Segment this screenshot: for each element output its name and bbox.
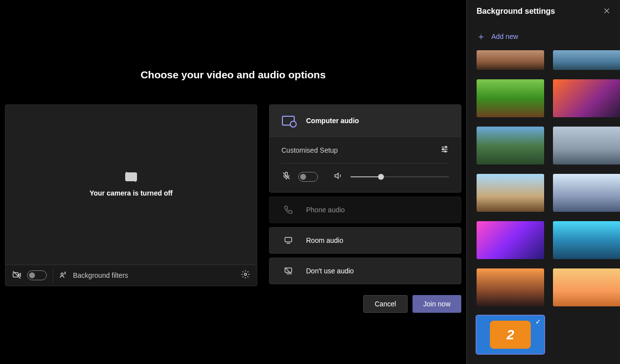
computer-audio-label: Computer audio [306,117,359,125]
background-thumb-pink-nebula[interactable] [477,221,544,259]
background-thumb-lab[interactable] [553,50,620,70]
audio-panel: Computer audio Customised Setup [269,104,461,284]
background-thumb-classroom[interactable] [477,50,544,70]
background-filters-label: Background filters [73,271,128,279]
computer-audio-icon [281,115,295,127]
phone-audio-label: Phone audio [306,206,345,214]
divider [53,268,53,282]
background-thumb-minecraft-dungeons[interactable] [553,79,620,117]
mic-muted-icon [281,171,291,182]
svg-point-2 [61,273,64,275]
svg-point-3 [244,273,247,275]
camera-off-icon [125,172,137,181]
background-thumb-village-street[interactable] [477,174,544,212]
add-new-label: Add new [491,33,518,40]
cancel-button[interactable]: Cancel [363,295,408,313]
background-filters-icon [59,270,68,281]
sliders-icon [440,145,449,155]
room-audio-label: Room audio [306,236,344,244]
setup-label: Customised Setup [281,146,338,154]
svg-point-8 [443,149,444,150]
customised-setup-row[interactable]: Customised Setup [281,137,449,164]
background-thumb-sunset-hill[interactable] [553,268,620,306]
side-panel-title: Background settings [477,7,555,16]
video-controls-bar: Background filters [5,265,257,286]
room-icon [281,235,295,245]
plus-icon: ＋ [477,31,485,42]
volume-slider[interactable] [350,176,449,177]
svg-point-9 [445,151,446,152]
svg-line-17 [285,267,292,274]
computer-audio-card[interactable]: Computer audio Customised Setup [269,104,461,193]
mic-toggle[interactable] [298,172,318,182]
settings-button[interactable] [241,270,250,281]
phone-icon [281,205,295,215]
video-preview: Your camera is turned off [5,104,257,265]
background-thumb-autumn-town[interactable] [477,268,544,306]
speaker-icon [334,171,344,182]
svg-point-7 [446,146,447,148]
background-thumb-halo-ring[interactable] [553,127,620,165]
svg-marker-12 [335,173,339,179]
svg-rect-13 [285,237,292,242]
background-thumbnails-grid: ✓2 [467,47,620,364]
camera-toggle[interactable] [27,270,47,280]
phone-audio-option: Phone audio [269,197,461,223]
background-filters-button[interactable]: Background filters [59,270,235,281]
action-buttons: Cancel Join now [0,295,466,313]
background-settings-panel: Background settings ＋ Add new ✓2 [466,0,620,364]
thumb-badge: 2 [490,321,530,349]
video-panel: Your camera is turned off Background fil… [5,104,257,286]
close-panel-button[interactable] [603,7,610,16]
dont-use-audio-label: Don't use audio [306,267,354,275]
camera-icon [12,270,21,281]
add-new-background-button[interactable]: ＋ Add new [467,23,620,47]
background-thumb-cliff-vista[interactable] [553,221,620,259]
room-audio-option[interactable]: Room audio [269,227,461,254]
page-title: Choose your video and audio options [0,69,466,81]
no-audio-icon [281,266,295,276]
background-thumb-minecraft-green[interactable] [477,79,544,117]
background-thumb-sci-fi-plain[interactable] [553,174,620,212]
check-icon: ✓ [535,318,541,326]
dont-use-audio-option[interactable]: Don't use audio [269,258,461,284]
background-thumb-r2-logo[interactable]: ✓2 [477,316,544,354]
background-thumb-mountain-lake[interactable] [477,127,544,165]
join-now-button[interactable]: Join now [413,295,461,313]
camera-off-text: Your camera is turned off [90,189,173,197]
